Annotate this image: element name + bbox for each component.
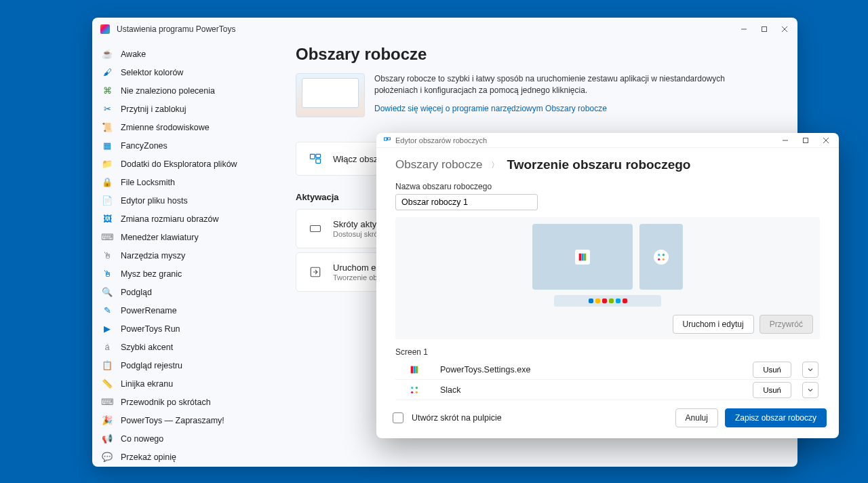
sidebar-item-label: Linijka ekranu xyxy=(121,379,173,389)
sidebar-item-label: Podgląd rejestru xyxy=(121,361,182,370)
learn-more-link[interactable]: Dowiedz się więcej o programie narzędzio… xyxy=(374,104,607,113)
svg-rect-24 xyxy=(411,366,413,373)
restore-button[interactable]: Przywróć xyxy=(760,315,813,334)
preview-area: Uruchom i edytuj Przywróć xyxy=(395,217,820,339)
svg-rect-19 xyxy=(584,253,586,260)
sidebar-item[interactable]: 🔒File Locksmith xyxy=(92,173,281,191)
sidebar-item-label: Selektor kolorów xyxy=(121,68,183,77)
workspace-name-input[interactable] xyxy=(395,194,538,210)
svg-rect-7 xyxy=(311,226,321,232)
sidebar-item-icon: 📏 xyxy=(102,379,113,389)
remove-app-button[interactable]: Usuń xyxy=(753,362,791,378)
sidebar-item[interactable]: 🖱Narzędzia myszy xyxy=(92,246,281,265)
svg-rect-12 xyxy=(388,138,391,140)
preview-screen-2[interactable] xyxy=(639,224,683,290)
sidebar-item-icon: á xyxy=(102,342,113,353)
sidebar-item[interactable]: 📋Podgląd rejestru xyxy=(92,356,281,374)
breadcrumb-root[interactable]: Obszary robocze xyxy=(395,158,483,172)
svg-rect-5 xyxy=(316,154,321,157)
minimize-button[interactable] xyxy=(734,20,754,39)
svg-point-30 xyxy=(416,391,418,393)
editor-maximize-button[interactable] xyxy=(795,133,816,150)
sidebar-item[interactable]: ⌨Przewodnik po skrótach xyxy=(92,393,281,411)
sidebar-item[interactable]: 📏Linijka ekranu xyxy=(92,374,281,393)
sidebar-item-icon: 🖼 xyxy=(102,214,113,225)
sidebar-item-label: Awake xyxy=(121,50,146,59)
sidebar-item[interactable]: ✎PowerRename xyxy=(92,301,281,320)
slack-app-icon xyxy=(654,250,669,265)
sidebar-item-icon: 📋 xyxy=(102,360,113,371)
sidebar-item-label: Co nowego xyxy=(121,434,163,444)
sidebar-item-label: Podgląd xyxy=(121,288,152,297)
save-workspace-button[interactable]: Zapisz obszar roboczy xyxy=(725,408,827,427)
launch-icon xyxy=(309,265,322,279)
sidebar-item-label: Dodatki do Eksploratora plików xyxy=(121,159,237,169)
sidebar-item[interactable]: 🖼Zmiana rozmiaru obrazów xyxy=(92,210,281,228)
sidebar-item[interactable]: 💬Przekaż opinię xyxy=(92,448,281,466)
remove-app-button[interactable]: Usuń xyxy=(753,382,791,398)
sidebar-item-label: Przytnij i zablokuj xyxy=(121,104,186,114)
feature-thumbnail xyxy=(296,73,365,117)
app-name-label: Slack xyxy=(440,385,742,395)
sidebar-item-icon: ✂ xyxy=(102,104,113,115)
svg-rect-4 xyxy=(311,154,315,159)
powertoys-icon xyxy=(100,24,110,34)
desktop-shortcut-label: Utwórz skrót na pulpicie xyxy=(412,413,669,423)
sidebar-item[interactable]: áSzybki akcent xyxy=(92,338,281,356)
sidebar-item-label: Przewodnik po skrótach xyxy=(121,398,211,407)
sidebar-item-label: File Locksmith xyxy=(121,178,175,187)
sidebar-item-icon: 📢 xyxy=(102,433,113,444)
expand-app-button[interactable] xyxy=(802,382,818,398)
editor-close-button[interactable] xyxy=(816,133,836,150)
svg-rect-1 xyxy=(762,27,767,32)
chevron-right-icon: 〉 xyxy=(491,159,499,171)
sidebar-item-label: Edytor pliku hosts xyxy=(121,196,188,206)
sidebar-item[interactable]: 📄Edytor pliku hosts xyxy=(92,191,281,210)
sidebar-item-icon: 🖱 xyxy=(102,250,113,261)
maximize-button[interactable] xyxy=(754,20,774,39)
workspace-icon xyxy=(309,152,322,166)
sidebar-item[interactable]: ⌨Menedżer klawiatury xyxy=(92,228,281,246)
sidebar-item-label: Przekaż opinię xyxy=(121,452,176,462)
sidebar-item-icon: 📄 xyxy=(102,195,113,206)
sidebar-item-icon: ✎ xyxy=(102,305,113,316)
editor-minimize-button[interactable] xyxy=(775,133,795,150)
keyboard-icon xyxy=(309,222,322,235)
cancel-button[interactable]: Anuluj xyxy=(675,408,718,427)
sidebar-item-icon: 📜 xyxy=(102,122,113,133)
svg-rect-25 xyxy=(413,366,415,373)
sidebar-item[interactable]: ✂Przytnij i zablokuj xyxy=(92,100,281,118)
sidebar-item[interactable]: 🖱Mysz bez granic xyxy=(92,265,281,283)
svg-rect-14 xyxy=(804,138,808,142)
sidebar-item-label: FancyZones xyxy=(121,141,167,151)
sidebar-item-label: Nie znaleziono polecenia xyxy=(121,86,215,96)
expand-app-button[interactable] xyxy=(802,362,818,378)
launch-and-edit-button[interactable]: Uruchom i edytuj xyxy=(673,315,754,334)
sidebar-item-label: Zmienne środowiskowe xyxy=(121,123,210,132)
slack-app-icon xyxy=(409,385,420,395)
sidebar-item-icon: 🖌 xyxy=(102,67,113,78)
sidebar-item-icon: 🔒 xyxy=(102,177,113,188)
sidebar-item[interactable]: 📁Dodatki do Eksploratora plików xyxy=(92,155,281,173)
sidebar-item[interactable]: ▶PowerToys Run xyxy=(92,320,281,338)
sidebar-item[interactable]: ☕Awake xyxy=(92,45,281,63)
feature-description: Obszary robocze to szybki i łatwy sposób… xyxy=(374,73,770,97)
sidebar-item[interactable]: ▦FancyZones xyxy=(92,136,281,155)
sidebar-item[interactable]: 📜Zmienne środowiskowe xyxy=(92,118,281,136)
sidebar-item[interactable]: 📢Co nowego xyxy=(92,429,281,448)
sidebar-item[interactable]: 🔍Podgląd xyxy=(92,283,281,301)
preview-screen-1[interactable] xyxy=(532,224,633,290)
app-row: Slack Usuń xyxy=(395,380,820,400)
svg-point-29 xyxy=(411,391,413,393)
sidebar-item-icon: 📁 xyxy=(102,159,113,170)
close-button[interactable] xyxy=(774,20,795,39)
sidebar-item[interactable]: 🎉PowerToys — Zapraszamy! xyxy=(92,411,281,429)
sidebar-item[interactable]: ⌘Nie znaleziono polecenia xyxy=(92,81,281,100)
sidebar-item-label: PowerToys Run xyxy=(121,324,180,334)
app-row: PowerToys.Settings.exe Usuń xyxy=(395,360,820,380)
sidebar-item-label: PowerToys — Zapraszamy! xyxy=(121,416,224,425)
sidebar-item[interactable]: 🖌Selektor kolorów xyxy=(92,63,281,81)
svg-point-23 xyxy=(663,258,665,260)
sidebar-item-icon: 🎉 xyxy=(102,415,113,426)
desktop-shortcut-checkbox[interactable] xyxy=(393,412,403,423)
